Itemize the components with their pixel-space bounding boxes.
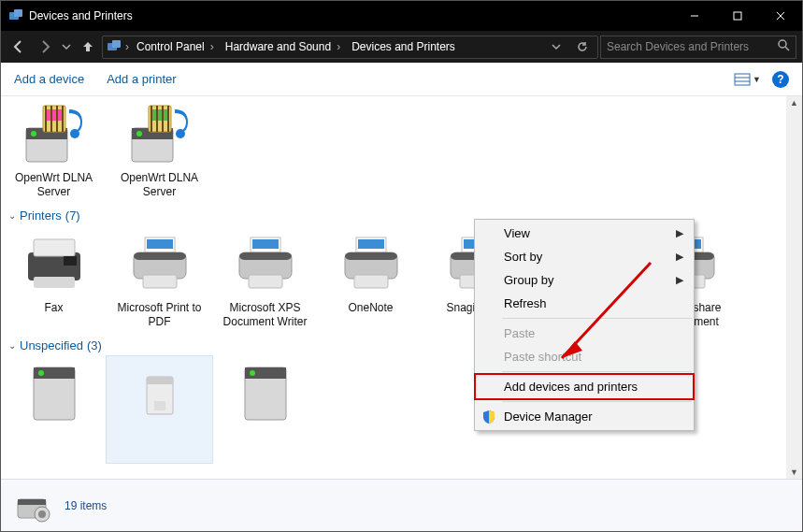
device-label: OpenWrt DLNA Server bbox=[1, 171, 107, 203]
svg-rect-37 bbox=[64, 256, 77, 266]
svg-rect-7 bbox=[112, 40, 121, 48]
svg-rect-47 bbox=[249, 275, 282, 288]
svg-rect-44 bbox=[252, 239, 279, 249]
group-count: (3) bbox=[87, 338, 102, 352]
ctx-sort-by[interactable]: Sort by▶ bbox=[476, 245, 693, 268]
vertical-scrollbar[interactable]: ▲ ▼ bbox=[786, 96, 802, 479]
printer-label: Fax bbox=[1, 301, 107, 333]
search-placeholder: Search Devices and Printers bbox=[607, 40, 749, 53]
menu-separator bbox=[502, 371, 692, 372]
printer-item[interactable]: OneNote bbox=[318, 226, 423, 333]
device-item[interactable] bbox=[107, 356, 212, 463]
address-bar: › Control Panel› Hardware and Sound› Dev… bbox=[1, 31, 802, 63]
svg-rect-3 bbox=[734, 12, 741, 20]
view-options-button[interactable]: ▼ bbox=[734, 73, 761, 86]
printer-icon bbox=[337, 230, 405, 297]
printer-item[interactable]: Microsoft XPS Document Writer bbox=[212, 226, 318, 333]
svg-point-70 bbox=[38, 370, 44, 376]
svg-rect-52 bbox=[354, 275, 388, 288]
svg-rect-10 bbox=[735, 74, 750, 85]
device-label bbox=[1, 431, 107, 463]
shield-icon bbox=[481, 410, 496, 424]
ctx-view[interactable]: View▶ bbox=[476, 222, 693, 245]
maximize-button[interactable] bbox=[716, 1, 759, 31]
svg-rect-28 bbox=[151, 109, 168, 121]
printer-icon bbox=[232, 230, 299, 297]
svg-rect-49 bbox=[358, 239, 384, 249]
device-label bbox=[212, 431, 318, 463]
device-item[interactable] bbox=[1, 356, 107, 463]
back-button[interactable] bbox=[7, 35, 31, 59]
search-icon bbox=[778, 39, 790, 54]
svg-rect-19 bbox=[45, 106, 47, 132]
group-label: Unspecified bbox=[20, 338, 83, 352]
device-item[interactable]: OpenWrt DLNA Server bbox=[107, 96, 212, 203]
chevron-right-icon: › bbox=[337, 40, 340, 53]
svg-point-82 bbox=[38, 510, 46, 518]
chevron-right-icon: › bbox=[210, 40, 214, 53]
device-item[interactable] bbox=[212, 356, 318, 463]
location-icon bbox=[107, 39, 122, 54]
svg-rect-41 bbox=[134, 252, 186, 260]
svg-rect-32 bbox=[167, 106, 169, 132]
svg-rect-29 bbox=[151, 106, 152, 132]
add-printer-button[interactable]: Add a printer bbox=[107, 72, 176, 86]
scroll-up-button[interactable]: ▲ bbox=[788, 96, 800, 109]
status-thumbnail-icon bbox=[14, 486, 53, 525]
printer-label: Microsoft XPS Document Writer bbox=[212, 301, 318, 333]
devices-and-printers-icon bbox=[8, 8, 23, 23]
add-device-button[interactable]: Add a device bbox=[14, 72, 84, 86]
collapse-arrow-icon: ⌄ bbox=[8, 210, 16, 221]
view-icon bbox=[734, 73, 751, 86]
svg-rect-80 bbox=[18, 499, 46, 505]
breadcrumb-item[interactable]: Control Panel› bbox=[133, 36, 218, 58]
address-box[interactable]: › Control Panel› Hardware and Sound› Dev… bbox=[102, 36, 598, 59]
status-item-count: 19 items bbox=[65, 499, 107, 512]
generic-device-icon bbox=[126, 360, 194, 427]
group-count: (7) bbox=[65, 208, 80, 223]
svg-rect-51 bbox=[345, 252, 397, 260]
scroll-down-button[interactable]: ▼ bbox=[788, 466, 800, 479]
ctx-device-manager[interactable]: Device Manager bbox=[476, 405, 693, 428]
svg-rect-17 bbox=[46, 109, 63, 121]
help-button[interactable]: ? bbox=[772, 71, 789, 88]
recent-locations-button[interactable] bbox=[59, 35, 74, 59]
status-bar: 19 items bbox=[1, 479, 802, 531]
printer-item[interactable]: Microsoft Print to PDF bbox=[107, 226, 212, 333]
refresh-button[interactable] bbox=[571, 36, 594, 58]
context-menu: View▶ Sort by▶ Group by▶ Refresh Paste P… bbox=[474, 219, 695, 431]
svg-rect-20 bbox=[50, 106, 52, 132]
minimize-button[interactable] bbox=[673, 1, 716, 31]
printer-item[interactable]: Fax bbox=[1, 226, 107, 333]
device-label: OpenWrt DLNA Server bbox=[107, 171, 212, 203]
svg-rect-42 bbox=[143, 275, 177, 288]
address-history-button[interactable] bbox=[545, 36, 567, 58]
svg-line-9 bbox=[785, 47, 789, 50]
search-input[interactable]: Search Devices and Printers bbox=[600, 36, 796, 59]
ctx-group-by[interactable]: Group by▶ bbox=[476, 268, 693, 292]
device-item[interactable]: OpenWrt DLNA Server bbox=[1, 96, 107, 203]
menu-separator bbox=[502, 318, 692, 319]
up-button[interactable] bbox=[76, 35, 100, 59]
collapse-arrow-icon: ⌄ bbox=[8, 340, 16, 351]
close-button[interactable] bbox=[759, 1, 802, 31]
media-server-icon bbox=[126, 100, 194, 167]
menu-separator bbox=[502, 401, 692, 402]
ctx-paste-shortcut: Paste shortcut bbox=[476, 345, 693, 368]
forward-button[interactable] bbox=[33, 35, 57, 59]
media-server-icon bbox=[21, 100, 88, 167]
svg-point-15 bbox=[31, 131, 36, 137]
svg-rect-72 bbox=[147, 377, 173, 384]
breadcrumb-item[interactable]: Devices and Printers bbox=[348, 36, 459, 58]
svg-rect-21 bbox=[56, 106, 58, 132]
ctx-refresh[interactable]: Refresh bbox=[476, 292, 693, 315]
svg-point-76 bbox=[250, 370, 255, 376]
content-area: OpenWrt DLNA Server OpenWrt DLNA Server … bbox=[1, 96, 802, 479]
submenu-arrow-icon: ▶ bbox=[676, 227, 683, 239]
svg-rect-35 bbox=[34, 239, 75, 256]
printer-icon bbox=[126, 230, 194, 297]
svg-rect-22 bbox=[62, 106, 64, 132]
ctx-add-devices-and-printers[interactable]: Add devices and printers bbox=[476, 375, 693, 398]
svg-point-33 bbox=[176, 129, 185, 138]
breadcrumb-item[interactable]: Hardware and Sound› bbox=[222, 36, 344, 58]
